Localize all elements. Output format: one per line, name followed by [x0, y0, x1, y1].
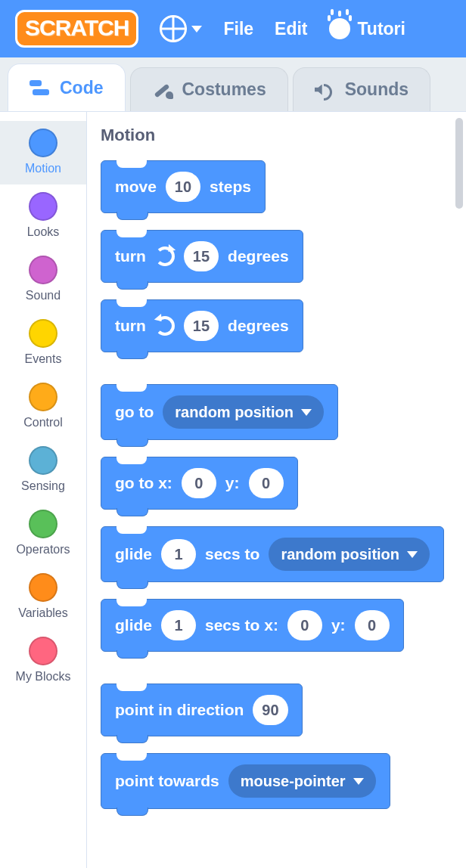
editor-tabs: Code Costumes Sounds	[0, 57, 466, 112]
block-text: turn	[115, 317, 146, 335]
block-text: turn	[115, 247, 146, 265]
dropdown-value: random position	[281, 546, 399, 563]
menu-tutorials-label: Tutori	[358, 19, 405, 39]
block-point-towards[interactable]: point towards mouse-pointer	[101, 753, 390, 809]
tab-sounds-label: Sounds	[345, 79, 409, 100]
category-swatch	[29, 510, 57, 538]
block-text: move	[115, 178, 157, 196]
category-swatch	[29, 573, 57, 602]
block-turn-cw[interactable]: turn 15 degrees	[101, 230, 303, 283]
block-text: y:	[225, 474, 240, 492]
workspace: Motion Looks Sound Events Control Sensin…	[0, 112, 466, 868]
block-number-input[interactable]: 1	[161, 539, 196, 569]
block-number-input[interactable]: 10	[166, 172, 200, 202]
dropdown-value: mouse-pointer	[241, 773, 346, 790]
category-my-blocks[interactable]: My Blocks	[0, 629, 86, 693]
chevron-down-icon	[301, 409, 312, 416]
lightbulb-icon	[329, 18, 350, 39]
block-glide-to[interactable]: glide 1 secs to random position	[101, 526, 444, 582]
block-go-to-xy[interactable]: go to x: 0 y: 0	[101, 457, 298, 510]
block-text: go to	[115, 403, 154, 421]
chevron-down-icon	[407, 551, 418, 558]
category-sound[interactable]: Sound	[0, 248, 86, 312]
chevron-down-icon	[191, 26, 202, 33]
category-looks[interactable]: Looks	[0, 184, 86, 248]
speaker-icon	[315, 82, 334, 98]
category-swatch	[29, 637, 57, 665]
block-text: secs to x:	[205, 616, 278, 634]
block-glide-to-xy[interactable]: glide 1 secs to x: 0 y: 0	[101, 599, 404, 652]
block-text: degrees	[228, 247, 289, 265]
category-label: My Blocks	[16, 670, 71, 684]
category-label: Looks	[27, 225, 60, 239]
block-text: glide	[115, 545, 152, 563]
paintbrush-icon	[152, 82, 172, 98]
menu-edit[interactable]: Edit	[275, 19, 307, 39]
category-label: Sound	[26, 289, 61, 302]
category-sensing[interactable]: Sensing	[0, 439, 86, 502]
block-number-input[interactable]: 0	[182, 468, 216, 498]
category-label: Control	[23, 416, 63, 429]
chevron-down-icon	[353, 778, 364, 785]
category-swatch	[29, 256, 57, 284]
block-text: point towards	[115, 772, 219, 790]
block-dropdown[interactable]: mouse-pointer	[228, 764, 376, 798]
block-go-to[interactable]: go to random position	[101, 384, 338, 440]
block-number-input[interactable]: 0	[249, 468, 284, 498]
block-dropdown[interactable]: random position	[163, 395, 324, 429]
menu-tutorials[interactable]: Tutori	[329, 18, 405, 39]
category-label: Events	[25, 352, 62, 366]
category-variables[interactable]: Variables	[0, 566, 86, 629]
block-number-input[interactable]: 0	[355, 610, 390, 640]
category-swatch	[29, 192, 57, 221]
category-swatch	[29, 383, 57, 411]
scratch-logo[interactable]: SCRATCH	[15, 10, 138, 48]
block-number-input[interactable]: 15	[184, 241, 219, 271]
tab-costumes-label: Costumes	[182, 79, 266, 100]
menu-file[interactable]: File	[223, 19, 253, 39]
scrollbar-thumb[interactable]	[455, 118, 463, 209]
category-label: Sensing	[21, 479, 65, 493]
category-motion[interactable]: Motion	[0, 121, 86, 184]
category-sidebar: Motion Looks Sound Events Control Sensin…	[0, 112, 87, 868]
palette-heading: Motion	[101, 126, 452, 145]
category-swatch	[29, 319, 57, 348]
tab-code-label: Code	[60, 78, 104, 98]
block-text: y:	[331, 616, 346, 634]
block-point-in-direction[interactable]: point in direction 90	[101, 684, 303, 736]
code-icon	[30, 80, 49, 95]
globe-icon	[160, 15, 187, 42]
block-text: degrees	[228, 317, 289, 335]
block-number-input[interactable]: 15	[184, 311, 219, 341]
block-number-input[interactable]: 90	[253, 695, 287, 725]
block-text: steps	[210, 178, 251, 196]
language-selector[interactable]	[160, 15, 202, 42]
rotate-counterclockwise-icon	[155, 316, 175, 336]
block-number-input[interactable]: 0	[287, 610, 322, 640]
tab-sounds[interactable]: Sounds	[293, 67, 430, 111]
block-turn-ccw[interactable]: turn 15 degrees	[101, 299, 303, 352]
block-dropdown[interactable]: random position	[269, 538, 430, 571]
tab-costumes[interactable]: Costumes	[130, 67, 288, 111]
menu-bar: SCRATCH File Edit Tutori	[0, 0, 466, 57]
category-swatch	[29, 129, 57, 157]
category-events[interactable]: Events	[0, 312, 86, 375]
rotate-clockwise-icon	[155, 246, 175, 266]
block-number-input[interactable]: 1	[161, 610, 196, 640]
dropdown-value: random position	[175, 404, 294, 421]
block-move-steps[interactable]: move 10 steps	[101, 160, 266, 213]
category-label: Operators	[16, 543, 70, 556]
block-text: glide	[115, 616, 152, 634]
category-control[interactable]: Control	[0, 375, 86, 439]
category-operators[interactable]: Operators	[0, 502, 86, 566]
category-label: Motion	[25, 162, 61, 175]
block-text: go to x:	[115, 474, 172, 492]
category-label: Variables	[18, 606, 68, 620]
block-text: point in direction	[115, 701, 244, 719]
block-palette[interactable]: Motion move 10 steps turn 15 degrees tur…	[87, 112, 466, 868]
block-text: secs to	[205, 545, 259, 563]
tab-code[interactable]: Code	[8, 64, 126, 111]
category-swatch	[29, 446, 57, 475]
